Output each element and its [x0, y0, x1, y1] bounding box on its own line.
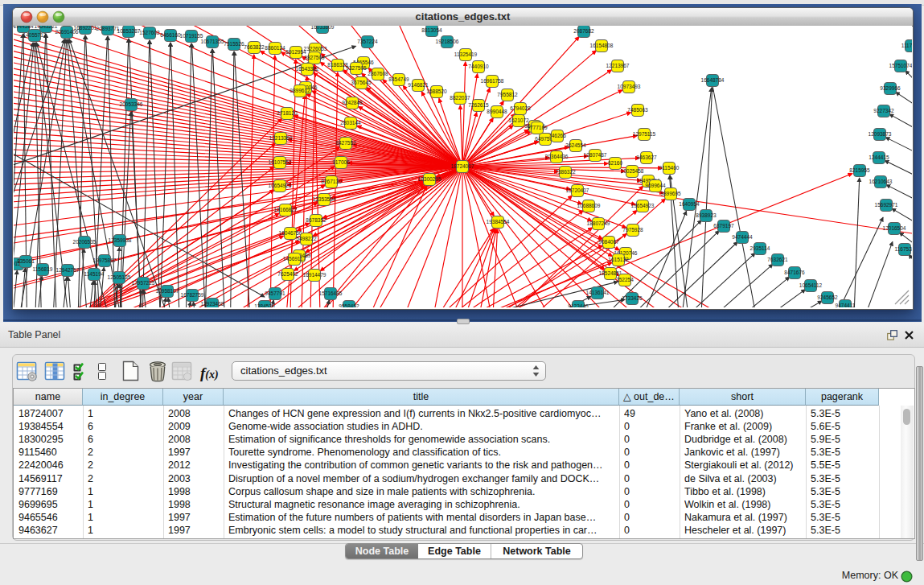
svg-text:7485063: 7485063 — [627, 107, 648, 113]
svg-text:7955812: 7955812 — [497, 92, 518, 97]
svg-text:7357224: 7357224 — [357, 39, 378, 44]
svg-text:2718120: 2718120 — [277, 110, 298, 116]
svg-text:14136141: 14136141 — [586, 290, 610, 295]
svg-text:14569117: 14569117 — [283, 256, 306, 262]
svg-text:10853287: 10853287 — [117, 28, 141, 34]
svg-text:19384554: 19384554 — [487, 219, 510, 225]
svg-text:7515526: 7515526 — [224, 41, 244, 47]
svg-text:10654925: 10654925 — [269, 183, 292, 188]
svg-text:8822037: 8822037 — [450, 95, 470, 101]
svg-text:18724007: 18724007 — [451, 163, 474, 169]
svg-text:15720407: 15720407 — [566, 187, 589, 193]
svg-text:12093873: 12093873 — [869, 131, 892, 137]
svg-text:10025458: 10025458 — [621, 168, 644, 174]
svg-text:1167534: 1167534 — [895, 246, 912, 252]
svg-text:9115460: 9115460 — [659, 165, 680, 171]
svg-text:7440910: 7440910 — [468, 64, 489, 69]
svg-text:16046756: 16046756 — [279, 230, 302, 236]
svg-text:252254: 252254 — [616, 277, 634, 282]
svg-text:746266: 746266 — [548, 133, 566, 138]
svg-text:1588520: 1588520 — [426, 89, 447, 94]
svg-text:19543221: 19543221 — [35, 26, 58, 29]
svg-text:1640954: 1640954 — [679, 201, 700, 207]
svg-text:16107552: 16107552 — [269, 159, 292, 165]
svg-text:917006: 917006 — [332, 159, 350, 165]
svg-text:8471676: 8471676 — [784, 270, 805, 275]
svg-text:12505135: 12505135 — [108, 274, 131, 280]
svg-text:15692971: 15692971 — [875, 202, 898, 208]
svg-text:8215955: 8215955 — [849, 167, 870, 173]
svg-text:12213967: 12213967 — [606, 63, 630, 68]
svg-text:5498222: 5498222 — [296, 236, 317, 241]
svg-text:8990448: 8990448 — [487, 109, 507, 114]
svg-text:18300295: 18300295 — [418, 176, 441, 182]
svg-text:8186328: 8186328 — [327, 62, 348, 68]
svg-text:9558452: 9558452 — [339, 303, 359, 307]
svg-text:19975867: 19975867 — [93, 257, 117, 263]
svg-text:1615132: 1615132 — [608, 257, 629, 262]
svg-text:16543382: 16543382 — [296, 66, 319, 72]
svg-text:12975115: 12975115 — [633, 131, 656, 137]
svg-text:8860124: 8860124 — [265, 45, 285, 51]
svg-text:9146821: 9146821 — [408, 82, 429, 88]
svg-text:9329966: 9329966 — [880, 85, 901, 91]
svg-text:19218506: 19218506 — [436, 39, 459, 44]
svg-text:12213369: 12213369 — [269, 135, 293, 141]
svg-text:16914479: 16914479 — [303, 272, 326, 278]
svg-text:3675645: 3675645 — [351, 80, 372, 85]
svg-text:20893771: 20893771 — [97, 26, 120, 31]
svg-text:9827509: 9827509 — [304, 55, 325, 60]
svg-text:17957225: 17957225 — [132, 280, 155, 286]
svg-text:3624554: 3624554 — [565, 142, 586, 148]
svg-text:1384529: 1384529 — [254, 303, 275, 307]
svg-text:16648784: 16648784 — [701, 77, 725, 83]
svg-text:10654112: 10654112 — [799, 282, 823, 288]
svg-text:17016504: 17016504 — [883, 225, 906, 231]
svg-text:9899695: 9899695 — [660, 191, 681, 196]
svg-text:1156819: 1156819 — [33, 266, 53, 272]
svg-text:9242848: 9242848 — [342, 100, 363, 105]
svg-text:8813054: 8813054 — [421, 27, 442, 33]
svg-text:2087682: 2087682 — [573, 28, 594, 34]
svg-text:9457791: 9457791 — [265, 290, 285, 296]
svg-text:17359938: 17359938 — [109, 237, 132, 243]
svg-text:7262615: 7262615 — [468, 102, 489, 108]
svg-text:20364436: 20364436 — [545, 154, 569, 159]
svg-text:9245652: 9245652 — [817, 295, 838, 300]
svg-text:19654923: 19654923 — [631, 203, 655, 208]
svg-text:835061: 835061 — [17, 258, 35, 264]
svg-text:2867608: 2867608 — [368, 71, 388, 76]
svg-text:15751074: 15751074 — [889, 63, 912, 68]
svg-text:1244415: 1244415 — [869, 154, 889, 160]
svg-text:7975928: 7975928 — [622, 227, 643, 233]
svg-text:7632621: 7632621 — [767, 257, 788, 262]
svg-text:62160: 62160 — [608, 160, 622, 166]
svg-text:9777169: 9777169 — [527, 125, 548, 130]
svg-text:9463627: 9463627 — [636, 154, 657, 160]
svg-text:10688609: 10688609 — [577, 203, 601, 208]
svg-text:9474444: 9474444 — [732, 234, 753, 240]
svg-text:8944584: 8944584 — [14, 26, 34, 29]
svg-text:9123446: 9123446 — [568, 303, 589, 307]
svg-text:8678352: 8678352 — [306, 217, 326, 223]
svg-text:20053346: 20053346 — [120, 101, 143, 107]
svg-text:14055712: 14055712 — [23, 32, 47, 38]
svg-text:12353594: 12353594 — [313, 196, 336, 202]
svg-text:16033809: 16033809 — [311, 26, 335, 30]
svg-text:10973493: 10973493 — [618, 84, 641, 89]
svg-text:12923468: 12923468 — [201, 301, 224, 307]
svg-text:16782759: 16782759 — [181, 292, 204, 298]
svg-text:6466160: 6466160 — [160, 32, 181, 38]
svg-text:9084067: 9084067 — [598, 239, 619, 245]
svg-text:11325419: 11325419 — [454, 51, 478, 57]
svg-text:7386322: 7386322 — [555, 169, 576, 175]
svg-text:2935114: 2935114 — [750, 245, 770, 251]
svg-text:15716485: 15716485 — [319, 290, 343, 296]
svg-text:18807249: 18807249 — [587, 220, 610, 226]
svg-text:1527602: 1527602 — [139, 30, 160, 35]
svg-text:8454749: 8454749 — [388, 76, 409, 82]
svg-text:19166827: 19166827 — [274, 207, 298, 212]
svg-text:1145194: 1145194 — [84, 271, 105, 277]
svg-text:7625402: 7625402 — [277, 271, 298, 277]
svg-text:23226053: 23226053 — [304, 46, 327, 51]
